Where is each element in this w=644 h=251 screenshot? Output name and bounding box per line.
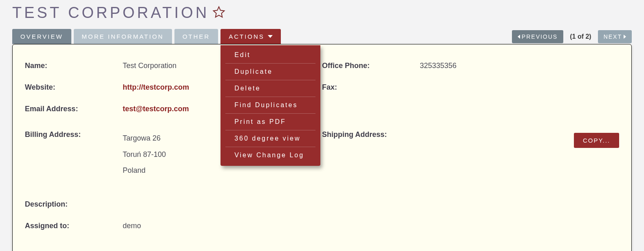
label-email: Email Address: <box>25 103 123 115</box>
previous-button[interactable]: PREVIOUS <box>512 30 563 43</box>
tab-more-information[interactable]: MORE INFORMATION <box>74 29 172 44</box>
chevron-down-icon <box>268 35 273 38</box>
value-office-phone: 325335356 <box>420 60 619 72</box>
copy-shipping-button[interactable]: COPY... <box>574 133 619 148</box>
tab-actions[interactable]: ACTIONS Edit Duplicate Delete Find Dupli… <box>221 29 281 44</box>
next-label: NEXT <box>604 33 622 40</box>
value-fax <box>420 81 619 85</box>
header-row: TEST CORPORATION <box>12 4 632 22</box>
previous-label: PREVIOUS <box>522 33 558 40</box>
label-fax: Fax: <box>322 81 420 93</box>
action-delete[interactable]: Delete <box>225 80 315 97</box>
page-indicator: (1 of 2) <box>566 33 595 40</box>
svg-marker-0 <box>214 7 225 17</box>
value-email[interactable]: test@testcorp.com <box>123 105 189 113</box>
label-assigned-to: Assigned to: <box>25 220 123 232</box>
value-website[interactable]: http://testcorp.com <box>123 83 189 91</box>
label-name: Name: <box>25 60 123 72</box>
action-360-view[interactable]: 360 degree view <box>225 130 315 147</box>
value-description <box>123 198 619 202</box>
tab-actions-label: ACTIONS <box>229 33 265 40</box>
tab-overview[interactable]: OVERVIEW <box>12 29 71 44</box>
value-shipping-address <box>420 129 619 132</box>
label-office-phone: Office Phone: <box>322 60 420 72</box>
next-button[interactable]: NEXT <box>598 30 632 43</box>
action-print-pdf[interactable]: Print as PDF <box>225 114 315 130</box>
label-description: Description: <box>25 198 123 210</box>
tab-other[interactable]: OTHER <box>174 29 218 44</box>
actions-dropdown: Edit Duplicate Delete Find Duplicates Pr… <box>221 45 320 166</box>
label-website: Website: <box>25 81 123 93</box>
action-find-duplicates[interactable]: Find Duplicates <box>225 97 315 114</box>
label-shipping-address: Shipping Address: <box>322 129 420 141</box>
page-title: TEST CORPORATION <box>12 4 209 22</box>
action-edit[interactable]: Edit <box>225 47 315 64</box>
action-change-log[interactable]: View Change Log <box>225 147 315 163</box>
chevron-right-icon <box>624 35 626 39</box>
label-billing-address: Billing Address: <box>25 129 123 141</box>
value-assigned-to: demo <box>123 220 619 232</box>
tabs-row: OVERVIEW MORE INFORMATION OTHER ACTIONS … <box>12 29 632 44</box>
favorite-star-icon[interactable] <box>212 6 225 20</box>
chevron-left-icon <box>518 35 520 39</box>
detail-panel: Name: Test Corporation Website: http://t… <box>12 44 632 251</box>
action-duplicate[interactable]: Duplicate <box>225 64 315 80</box>
